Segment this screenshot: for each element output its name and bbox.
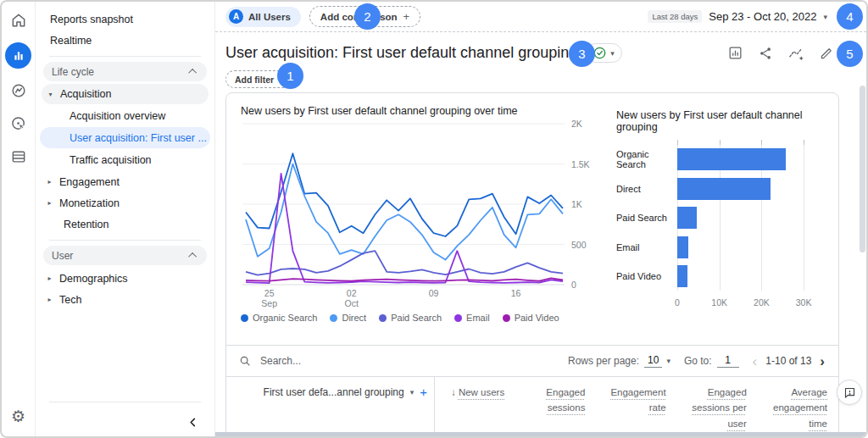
bar [677,236,688,258]
charts-row: New users by First user default channel … [226,93,838,345]
add-dimension-icon[interactable]: + [420,385,427,398]
segment-a-badge: A [229,9,243,24]
advertising-icon[interactable] [8,113,30,135]
sidebar-item-realtime[interactable]: Realtime [36,30,214,51]
svg-text:0: 0 [571,280,576,290]
rows-per-page-select[interactable]: 10 [644,354,662,368]
sidebar-item-engagement[interactable]: ▸Engagement [36,171,214,192]
chevron-down-icon[interactable]: ▾ [666,357,670,365]
bar-row-email: Email [616,233,816,263]
chevron-up-icon [188,252,197,261]
date-range-area: Last 28 days Sep 23 - Oct 20, 2022 ▾ [648,10,866,23]
legend-item-paid-search: Paid Search [379,313,442,323]
line-series-paid-video [246,278,563,280]
legend-item-direct: Direct [330,313,366,323]
date-preset-chip: Last 28 days [648,10,702,23]
sidebar-item-demographics[interactable]: ▸Demographics [36,268,214,289]
sidebar-item-acquisition-overview[interactable]: Acquisition overview [36,105,214,126]
chevron-down-icon[interactable]: ▾ [410,388,415,396]
legend-dot [241,314,248,322]
comparison-bar: A All Users Add comparison + Last 28 day… [215,2,866,32]
bar [677,178,771,200]
column-header-new-users[interactable]: ↓New users [435,377,515,431]
svg-text:Sep: Sep [261,298,277,308]
table-pagination-controls: Rows per page: 10 ▾ Go to: 1 ‹ 1-10 of 1… [568,354,825,369]
table-header-row: First user defa...annel grouping ▾ + ↓Ne… [226,376,838,431]
search-input[interactable]: Search... [260,355,301,367]
nav-divider [49,56,201,57]
all-users-segment-chip[interactable]: A All Users [225,7,301,27]
line-series-direct [246,164,563,260]
sort-descending-icon: ↓ [451,387,456,397]
svg-text:02: 02 [347,288,357,298]
bar [677,207,697,229]
metric-headers: ↓New usersEngaged sessionsEngagement rat… [435,377,838,431]
goto-page-input[interactable]: 1 [717,354,739,368]
all-users-label: All Users [248,12,291,22]
dimension-header-label: First user defa...annel grouping [264,386,404,398]
bar-row-paid-video: Paid Video [616,262,816,291]
svg-text:1.5K: 1.5K [571,159,590,169]
report-title-row: User acquisition: First user default cha… [215,32,866,63]
nav-divider [49,402,201,402]
feedback-button[interactable] [837,380,862,405]
svg-text:1K: 1K [571,199,582,209]
bar-row-direct: Direct [616,175,816,204]
bar-category-label: Paid Search [616,213,677,223]
bar-chart: Organic SearchDirectPaid SearchEmailPaid… [616,145,816,291]
share-icon[interactable] [758,46,773,61]
bar-chart-title: New users by First user default channel … [616,109,816,133]
edit-pencil-icon[interactable] [819,46,834,61]
explore-icon[interactable] [8,80,30,102]
bar-category-label: Email [616,242,677,252]
dimension-header-cell[interactable]: First user defa...annel grouping ▾ + [226,377,435,431]
column-header-engagement-rate[interactable]: Engagement rate [596,377,676,431]
legend-dot [379,314,387,322]
sidebar-item-user[interactable]: User [43,246,207,265]
sidebar-item-user-acquisition-first-user[interactable]: User acquisition: First user ... [40,127,210,148]
column-header-engaged-sessions-per-user[interactable]: Engaged sessions per user [677,377,758,431]
triangle-right-icon: ▸ [46,178,53,186]
bar-tick-label: 30K [796,297,812,308]
rows-per-page-label: Rows per page: [568,355,639,367]
callout-3: 3 [569,41,595,67]
pagination-range: 1-10 of 13 [765,355,811,367]
previous-page-icon[interactable]: ‹ [753,354,758,369]
sidebar-item-reports-snapshot[interactable]: Reports snapshot [36,8,214,30]
sidebar-item-acquisition[interactable]: ▾Acquisition [42,84,209,104]
svg-text:Oct: Oct [344,298,358,308]
library-icon[interactable] [8,146,30,168]
insights-icon[interactable] [787,45,804,62]
pager: ‹ 1-10 of 13 › [753,354,825,369]
horizontal-scrollbar[interactable] [215,432,866,436]
column-header-average-engagement-time[interactable]: Average engagement time [758,377,838,431]
chevron-down-icon[interactable]: ▾ [823,13,827,21]
chevron-up-icon [188,69,197,77]
legend-dot [330,314,337,322]
sidebar-item-retention[interactable]: Retention [36,213,214,235]
home-icon[interactable] [8,9,30,31]
customize-report-icon[interactable] [727,45,743,61]
legend-item-paid-video: Paid Video [503,313,559,323]
reports-icon[interactable] [5,42,31,69]
vertical-scrollbar[interactable] [860,86,865,252]
feedback-bubble-icon [843,386,856,399]
bar-chart-panel: New users by First user default channel … [609,93,838,345]
bar-tick-label: 20K [754,297,770,308]
ga4-window: ⚙ Reports snapshotRealtimeLife cycle▾Acq… [0,0,868,438]
sidebar-item-tech[interactable]: ▸Tech [36,289,214,310]
bar [677,265,687,287]
next-page-icon[interactable]: › [820,354,825,369]
admin-gear-icon[interactable]: ⚙ [11,408,25,424]
triangle-right-icon: ▸ [46,274,53,282]
date-range-text[interactable]: Sep 23 - Oct 20, 2022 [709,10,816,23]
column-header-engaged-sessions[interactable]: Engaged sessions [515,377,596,431]
svg-text:25: 25 [264,288,275,298]
sidebar-item-monetization[interactable]: ▸Monetization [36,192,214,213]
line-chart-title: New users by First user default channel … [241,105,609,117]
callout-1: 1 [277,63,303,89]
collapse-drawer-button[interactable] [36,408,214,436]
chart-legend: Organic SearchDirectPaid SearchEmailPaid… [241,313,609,323]
sidebar-item-traffic-acquisition[interactable]: Traffic acquisition [36,149,214,170]
sidebar-item-life-cycle[interactable]: Life cycle [43,62,207,81]
